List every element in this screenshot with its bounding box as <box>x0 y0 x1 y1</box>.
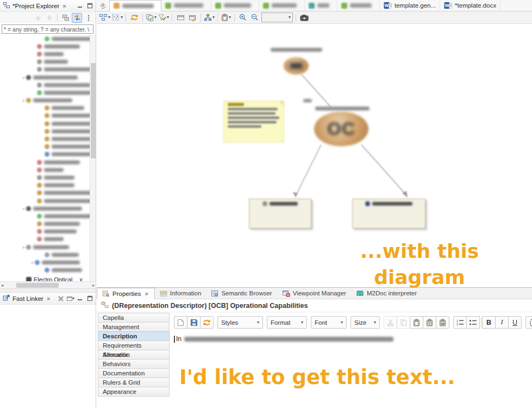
new-window-icon[interactable]: ▾ <box>66 295 74 302</box>
clear-icon[interactable] <box>57 295 65 302</box>
vertical-scrollbar[interactable] <box>90 35 96 281</box>
view-menu-icon[interactable] <box>83 13 93 23</box>
paste-layout-icon[interactable]: ▾ <box>221 12 231 23</box>
editor-tab-blurred[interactable] <box>109 0 161 11</box>
font-dropdown[interactable]: Font▾ <box>311 316 347 329</box>
tree-item[interactable] <box>0 81 96 89</box>
entity-box[interactable] <box>249 199 311 228</box>
minimize-icon[interactable] <box>76 2 84 10</box>
close-icon[interactable]: × <box>46 295 51 302</box>
section-documentation[interactable]: Documentation <box>98 368 170 378</box>
tree-item[interactable] <box>0 212 96 220</box>
view-stack-icon[interactable] <box>97 0 109 11</box>
numbered-list-icon[interactable]: 12 <box>453 316 467 329</box>
paste-icon[interactable] <box>410 316 423 329</box>
expand-arrow-icon[interactable]: ▸ <box>23 75 25 80</box>
zoom-level-combo[interactable]: ▾ <box>261 13 293 22</box>
tree-item[interactable] <box>0 197 96 205</box>
copy-appearance-icon[interactable]: ▾ <box>146 12 157 23</box>
paste-text-icon[interactable]: T <box>423 316 436 329</box>
tree-item[interactable]: ▸ <box>0 258 96 266</box>
tree-item[interactable] <box>0 104 96 112</box>
chevron-down-icon[interactable]: ∨ <box>79 276 83 281</box>
editor-tab-blurred[interactable] <box>259 0 305 11</box>
tree-item[interactable] <box>0 236 96 243</box>
close-icon[interactable]: × <box>143 290 149 297</box>
tree-item[interactable] <box>0 35 96 42</box>
maximize-icon[interactable] <box>86 295 94 302</box>
tree-filter-input[interactable] <box>2 24 93 34</box>
editor-tab-blurred[interactable] <box>211 0 259 11</box>
down-arrow-icon[interactable] <box>44 13 54 23</box>
tree-item[interactable] <box>0 182 96 189</box>
expand-arrow-icon[interactable]: ▸ <box>23 245 25 250</box>
section-behaviors[interactable]: Behaviors <box>98 359 170 369</box>
expand-arrow-icon[interactable]: ▸ <box>32 260 34 265</box>
tree-item[interactable] <box>0 166 96 174</box>
tree-item[interactable]: ▸ <box>0 243 96 251</box>
refresh-icon[interactable] <box>129 12 140 23</box>
section-capella[interactable]: Capella <box>98 313 170 323</box>
project-explorer-tree[interactable]: ▸▸▸▸▸ Electro Optical ∨ <box>0 35 96 281</box>
tree-item[interactable]: ▸ <box>0 205 96 212</box>
tree-item[interactable] <box>0 42 96 50</box>
tree-item[interactable] <box>0 112 96 120</box>
tree-item[interactable] <box>0 143 96 151</box>
bullet-list-icon[interactable] <box>466 316 480 329</box>
link-icon[interactable] <box>525 316 532 329</box>
tree-item[interactable] <box>0 174 96 181</box>
link-with-editor-icon[interactable] <box>72 13 82 23</box>
tree-item-electro-optical[interactable]: Electro Optical ∨ <box>0 275 96 281</box>
operational-capability-node[interactable]: OC <box>314 112 368 146</box>
filters-icon[interactable]: ▾ <box>158 12 169 23</box>
tab-semantic-browser[interactable]: Semantic Browser <box>206 288 277 299</box>
editor-tab-blurred[interactable] <box>337 0 380 11</box>
tree-item[interactable] <box>0 267 96 274</box>
section-semantic[interactable]: Semantic <box>98 350 170 360</box>
underline-button[interactable]: U <box>508 316 522 329</box>
tree-item[interactable] <box>0 120 96 127</box>
actor-box[interactable] <box>352 199 425 228</box>
up-arrow-icon[interactable] <box>33 13 43 23</box>
save-icon[interactable] <box>187 316 201 329</box>
capability-node-small[interactable] <box>284 57 309 75</box>
tree-item[interactable]: ▸ <box>0 97 96 104</box>
tree-item[interactable] <box>0 220 96 228</box>
section-requirements-allocation[interactable]: Requirements Allocation <box>98 341 170 350</box>
editor-tab--template-docx[interactable]: W*template.docx <box>440 0 500 11</box>
tree-item[interactable] <box>0 135 96 143</box>
panel-sash[interactable] <box>0 288 96 293</box>
collapse-all-icon[interactable] <box>60 13 71 23</box>
tab-properties[interactable]: Properties× <box>97 288 155 299</box>
minimize-icon[interactable] <box>76 295 84 302</box>
tree-item[interactable] <box>0 127 96 135</box>
section-appearance[interactable]: Appearance <box>98 387 170 397</box>
tab-viewpoint-manager[interactable]: Viewpoint Manager <box>277 288 351 299</box>
zoom-out-icon[interactable] <box>249 12 260 23</box>
tree-item[interactable] <box>0 50 96 58</box>
tree-item[interactable]: ▸ <box>0 73 96 81</box>
close-icon[interactable]: × <box>61 3 67 9</box>
styles-dropdown[interactable]: Styles▾ <box>217 316 263 329</box>
description-text[interactable]: In <box>174 335 532 343</box>
section-description[interactable]: Description <box>98 331 170 341</box>
editor-tab-blurred[interactable] <box>305 0 337 11</box>
show-hide-icon[interactable] <box>175 12 186 23</box>
tab-information[interactable]: Information <box>155 288 206 299</box>
select-mode-icon[interactable]: ▾ <box>111 12 123 23</box>
refresh-icon[interactable] <box>200 316 214 329</box>
tree-item[interactable] <box>0 151 96 158</box>
tree-item[interactable] <box>0 58 96 66</box>
new-doc-icon[interactable] <box>174 316 187 329</box>
scrollbar-thumb[interactable] <box>16 283 59 288</box>
editor-tab-template-gen-[interactable]: Wtemplate.gen... <box>380 0 440 11</box>
tree-item[interactable] <box>0 66 96 73</box>
scrollbar-thumb[interactable] <box>91 63 96 158</box>
tree-item[interactable] <box>0 158 96 166</box>
format-dropdown[interactable]: Format▾ <box>267 316 307 329</box>
edit-mode-icon[interactable] <box>187 12 198 23</box>
scroll-right-arrow-icon[interactable]: ▸ <box>92 283 95 288</box>
section-management[interactable]: Management <box>98 322 170 332</box>
size-dropdown[interactable]: Size▾ <box>351 316 380 329</box>
expand-arrow-icon[interactable]: ▸ <box>23 98 25 103</box>
